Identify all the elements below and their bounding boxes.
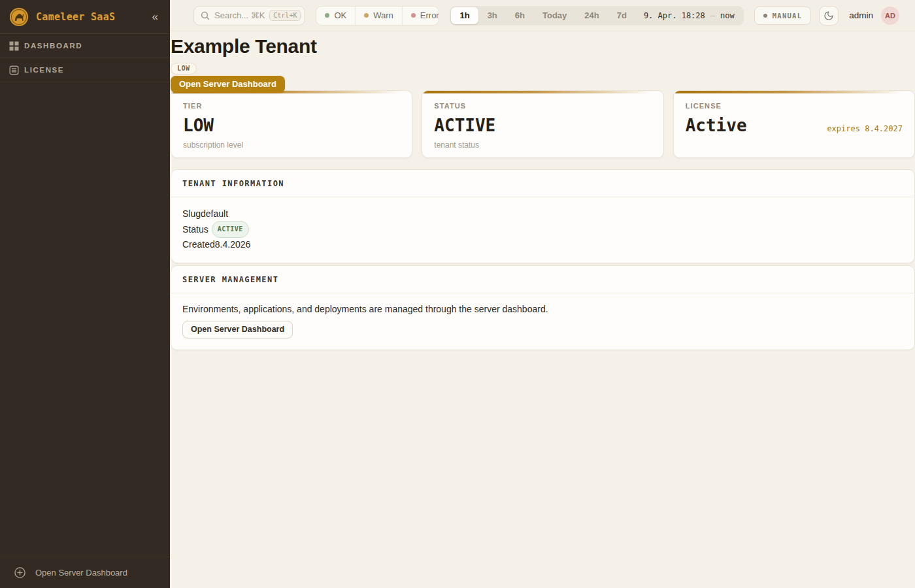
info-row-status: Status ACTIVE [182, 221, 903, 238]
search-placeholder: Search... ⌘K [214, 10, 265, 20]
error-dot-icon [411, 13, 416, 18]
manual-dot-icon [763, 14, 767, 18]
theme-toggle-button[interactable] [819, 6, 839, 25]
open-server-dashboard-secondary-button[interactable]: Open Server Dashboard [182, 321, 293, 338]
status-badge: ACTIVE [212, 221, 249, 238]
sidebar-collapse-icon[interactable]: « [150, 10, 161, 24]
sidebar: Cameleer SaaS « DASHBOARD LICENSE [0, 0, 170, 588]
avatar[interactable]: AD [881, 7, 899, 25]
open-server-dashboard-button[interactable]: Open Server Dashboard [171, 76, 285, 93]
stat-card-sub: subscription level [183, 140, 400, 150]
server-management-description: Environments, applications, and deployme… [182, 304, 903, 314]
status-filter-warn[interactable]: Warn [355, 7, 402, 25]
sidebar-open-server-dashboard[interactable]: Open Server Dashboard [0, 557, 170, 588]
time-range-group: 1h 3h 6h Today 24h 7d 9. Apr. 18:28 – no… [450, 6, 743, 25]
sidebar-spacer [0, 82, 170, 557]
time-range-today[interactable]: Today [534, 7, 575, 24]
status-filter-label: Error [420, 10, 439, 20]
sidebar-item-label: DASHBOARD [24, 42, 82, 50]
time-to: now [720, 11, 735, 20]
manual-label: MANUAL [773, 12, 803, 20]
grid-icon [9, 41, 19, 51]
info-row-created: Created8.4.2026 [182, 238, 903, 252]
server-management-card: SERVER MANAGEMENT Environments, applicat… [171, 265, 915, 350]
app-title: Cameleer SaaS [36, 11, 142, 23]
page-title: Example Tenant [171, 35, 915, 57]
info-value: 8.4.2026 [215, 238, 251, 252]
info-label: Slug [182, 207, 201, 221]
time-range-24h[interactable]: 24h [576, 7, 607, 24]
section-header: SERVER MANAGEMENT [171, 266, 914, 293]
time-range-7d[interactable]: 7d [608, 7, 635, 24]
stat-card-sub: tenant status [434, 140, 651, 150]
status-filter-group: OK Warn Error Running [316, 6, 439, 25]
tier-card: TIER LOW subscription level [171, 90, 412, 158]
time-separator: – [710, 11, 715, 20]
stat-card-label: TIER [183, 102, 400, 110]
status-card: STATUS ACTIVE tenant status [422, 90, 663, 158]
sidebar-header: Cameleer SaaS « [0, 0, 170, 34]
time-range-display[interactable]: 9. Apr. 18:28 – now [636, 11, 742, 20]
warn-dot-icon [364, 13, 369, 18]
app-logo-camel-icon [9, 7, 29, 27]
stat-card-value: LOW [183, 117, 400, 134]
info-value: default [201, 207, 228, 221]
user-name: admin [849, 10, 873, 20]
search-icon [201, 11, 210, 20]
topbar: Search... ⌘K Ctrl+K OK Warn Error Runnin… [170, 0, 915, 31]
stat-card-label: STATUS [434, 102, 651, 110]
time-range-3h[interactable]: 3h [479, 7, 506, 24]
moon-icon [824, 10, 834, 21]
tier-badge: LOW [171, 63, 197, 74]
search-input[interactable]: Search... ⌘K Ctrl+K [193, 6, 305, 25]
section-header: TENANT INFORMATION [171, 170, 914, 197]
sidebar-item-label: LICENSE [24, 66, 64, 74]
info-row-slug: Slugdefault [182, 207, 903, 221]
status-filter-error[interactable]: Error [402, 7, 440, 25]
info-label: Status [182, 223, 208, 237]
status-filter-label: Warn [373, 10, 393, 20]
info-label: Created [182, 238, 215, 252]
time-from: 9. Apr. 18:28 [644, 11, 705, 20]
circle-plus-icon [14, 567, 25, 578]
stat-card-value: ACTIVE [434, 117, 651, 134]
time-range-1h[interactable]: 1h [451, 7, 478, 24]
sidebar-item-dashboard[interactable]: DASHBOARD [0, 34, 170, 58]
license-expiry: expires 8.4.2027 [827, 124, 903, 133]
ok-dot-icon [325, 13, 329, 18]
page-content: Example Tenant LOW Open Server Dashboard… [170, 31, 915, 588]
stat-cards-row: TIER LOW subscription level STATUS ACTIV… [171, 90, 915, 158]
status-filter-ok[interactable]: OK [316, 7, 355, 25]
search-shortcut-kbd: Ctrl+K [269, 10, 301, 21]
refresh-mode-button[interactable]: MANUAL [754, 7, 812, 25]
license-card: LICENSE Active expires 8.4.2027 [673, 90, 915, 158]
time-range-6h[interactable]: 6h [507, 7, 533, 24]
sidebar-footer-label: Open Server Dashboard [35, 568, 127, 578]
sidebar-item-license[interactable]: LICENSE [0, 58, 170, 82]
main-area: Search... ⌘K Ctrl+K OK Warn Error Runnin… [170, 0, 915, 588]
topbar-right-cluster: MANUAL admin AD [754, 6, 899, 25]
license-icon [9, 65, 19, 75]
stat-card-label: LICENSE [686, 102, 903, 110]
status-filter-label: OK [334, 10, 346, 20]
tenant-information-card: TENANT INFORMATION Slugdefault Status AC… [171, 169, 915, 263]
stat-card-value: Active [686, 117, 747, 134]
